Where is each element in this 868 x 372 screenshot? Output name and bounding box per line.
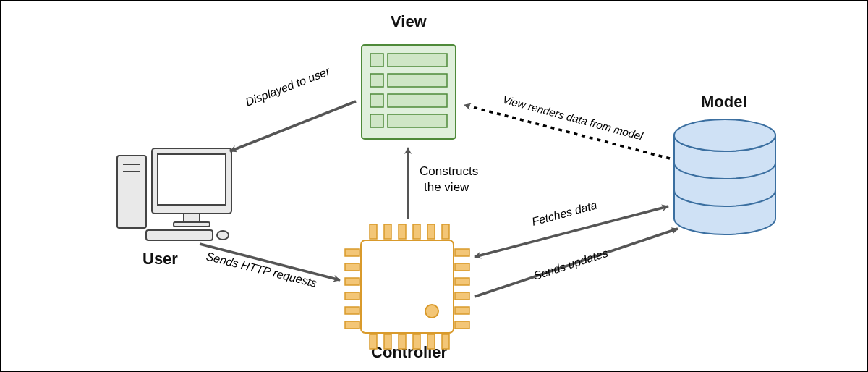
svg-rect-22 bbox=[384, 224, 391, 239]
svg-rect-41 bbox=[455, 278, 469, 285]
edge-renders: View renders data from model bbox=[464, 93, 670, 158]
svg-rect-42 bbox=[455, 292, 469, 300]
edge-updates-label: Sends updates bbox=[532, 247, 610, 282]
svg-rect-44 bbox=[455, 321, 469, 329]
svg-rect-30 bbox=[413, 334, 420, 349]
model-icon bbox=[674, 119, 775, 234]
svg-rect-38 bbox=[345, 321, 359, 329]
svg-rect-37 bbox=[345, 307, 359, 314]
mvc-diagram: View Model User Controller bbox=[0, 0, 868, 372]
svg-rect-4 bbox=[388, 74, 447, 87]
svg-rect-40 bbox=[455, 263, 469, 271]
edge-constructs-label-2: the view bbox=[424, 180, 469, 194]
edge-fetches: Fetches data bbox=[475, 199, 668, 257]
svg-rect-43 bbox=[455, 307, 469, 314]
svg-text:Sends updates: Sends updates bbox=[532, 247, 610, 282]
edge-renders-label: View renders data from model bbox=[501, 93, 644, 142]
svg-point-18 bbox=[217, 231, 229, 240]
edge-constructs: Constructs the view bbox=[408, 148, 478, 219]
svg-rect-6 bbox=[388, 94, 447, 107]
svg-rect-31 bbox=[427, 334, 435, 349]
svg-rect-35 bbox=[345, 278, 359, 285]
edge-displayed: Displayed to user bbox=[230, 64, 356, 151]
svg-line-45 bbox=[230, 101, 356, 151]
svg-rect-8 bbox=[388, 114, 447, 127]
svg-rect-23 bbox=[399, 224, 406, 239]
svg-rect-14 bbox=[158, 154, 226, 205]
svg-text:View renders data from model: View renders data from model bbox=[501, 93, 644, 142]
svg-rect-1 bbox=[370, 54, 383, 67]
edge-constructs-label-1: Constructs bbox=[420, 164, 478, 178]
svg-rect-17 bbox=[146, 230, 213, 240]
controller-icon bbox=[345, 224, 469, 349]
svg-rect-25 bbox=[427, 224, 435, 239]
edge-fetches-label: Fetches data bbox=[530, 199, 598, 228]
svg-rect-28 bbox=[384, 334, 391, 349]
svg-rect-2 bbox=[388, 54, 447, 67]
svg-rect-16 bbox=[174, 222, 210, 227]
svg-rect-5 bbox=[370, 94, 383, 107]
svg-text:Fetches data: Fetches data bbox=[530, 199, 598, 228]
svg-rect-7 bbox=[370, 114, 383, 127]
svg-rect-34 bbox=[345, 263, 359, 271]
edge-updates: Sends updates bbox=[475, 229, 678, 297]
svg-rect-36 bbox=[345, 292, 359, 300]
svg-rect-29 bbox=[399, 334, 406, 349]
svg-rect-24 bbox=[413, 224, 420, 239]
svg-rect-3 bbox=[370, 74, 383, 87]
svg-rect-15 bbox=[184, 214, 200, 222]
edge-sends-http: Sends HTTP requests bbox=[200, 244, 340, 289]
svg-rect-32 bbox=[442, 334, 449, 349]
svg-point-9 bbox=[674, 119, 775, 151]
edge-displayed-label: Displayed to user bbox=[244, 64, 332, 108]
svg-rect-26 bbox=[442, 224, 449, 239]
svg-rect-33 bbox=[345, 249, 359, 256]
svg-rect-19 bbox=[361, 240, 454, 333]
view-icon bbox=[362, 45, 456, 139]
user-icon bbox=[117, 148, 231, 240]
svg-text:Displayed to user: Displayed to user bbox=[244, 64, 332, 108]
svg-rect-21 bbox=[370, 224, 377, 239]
svg-rect-39 bbox=[455, 249, 469, 256]
svg-rect-10 bbox=[117, 156, 146, 228]
svg-point-20 bbox=[425, 305, 438, 318]
svg-rect-27 bbox=[370, 334, 377, 349]
